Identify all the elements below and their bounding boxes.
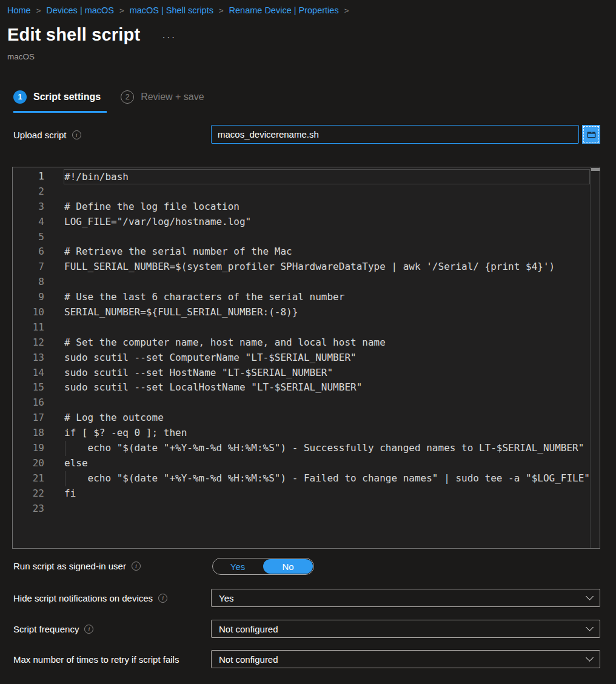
page-title: Edit shell script	[7, 25, 140, 45]
run-as-user-label-row: Run script as signed-in user i	[13, 561, 141, 571]
line-number: 16	[13, 395, 44, 411]
breadcrumb: Home>Devices | macOS>macOS | Shell scrip…	[7, 5, 354, 15]
tab-label: Review + save	[141, 92, 204, 102]
breadcrumb-link[interactable]: macOS | Shell scripts	[130, 5, 213, 15]
code-line	[64, 395, 590, 411]
info-icon[interactable]: i	[72, 130, 81, 139]
line-number: 2	[13, 184, 44, 200]
line-number: 12	[13, 335, 44, 350]
toggle-option-no[interactable]: No	[263, 559, 313, 574]
code-line	[64, 184, 590, 200]
code-line: sudo scutil --set LocalHostName "LT-$SER…	[64, 380, 590, 395]
step-1-badge: 1	[13, 90, 27, 104]
wizard-tabs: 1 Script settings 2 Review + save	[13, 90, 204, 105]
breadcrumb-separator: >	[119, 6, 124, 15]
dropdown-value: Not configured	[219, 624, 587, 634]
line-number: 8	[13, 275, 44, 290]
chevron-down-icon	[586, 592, 594, 600]
line-number: 17	[13, 411, 44, 426]
browse-file-button[interactable]	[582, 125, 600, 144]
line-number: 15	[13, 380, 44, 395]
script-frequency-label-row: Script frequency i	[13, 624, 93, 634]
line-number: 23	[13, 501, 44, 517]
line-number: 3	[13, 200, 44, 215]
breadcrumb-link[interactable]: Rename Device | Properties	[229, 5, 339, 15]
max-retries-dropdown[interactable]: Not configured	[211, 650, 600, 668]
hide-notifications-label-row: Hide script notifications on devices i	[13, 593, 167, 603]
breadcrumb-separator: >	[344, 6, 349, 15]
folder-icon	[586, 129, 597, 140]
script-code-editor[interactable]: 1234567891011121314151617181920212223 #!…	[12, 167, 600, 549]
code-line: if [ $? -eq 0 ]; then	[64, 426, 590, 441]
hide-notifications-dropdown[interactable]: Yes	[211, 589, 600, 607]
code-line: echo "$(date "+%Y-%m-%d %H:%M:%S") - Suc…	[64, 441, 590, 456]
line-number: 21	[13, 471, 44, 486]
script-frequency-label: Script frequency	[13, 624, 79, 634]
editor-line-numbers: 1234567891011121314151617181920212223	[13, 169, 44, 516]
tab-script-settings[interactable]: 1 Script settings	[13, 90, 101, 105]
edit-shell-script-page: Home>Devices | macOS>macOS | Shell scrip…	[0, 0, 616, 684]
code-line: echo "$(date "+%Y-%m-%d %H:%M:%S") - Fai…	[64, 471, 590, 486]
code-line	[64, 320, 590, 335]
line-number: 14	[13, 366, 44, 381]
line-number: 4	[13, 215, 44, 230]
upload-script-label: Upload script	[13, 130, 67, 140]
upload-script-input[interactable]	[211, 125, 579, 144]
page-subtitle: macOS	[7, 52, 35, 61]
code-line: # Set the computer name, host name, and …	[64, 335, 590, 350]
more-actions-icon[interactable]: ···	[162, 32, 176, 44]
tab-label: Script settings	[33, 92, 101, 102]
line-number: 7	[13, 260, 44, 275]
breadcrumb-separator: >	[219, 6, 224, 15]
line-number: 13	[13, 350, 44, 366]
line-number: 18	[13, 426, 44, 441]
info-icon[interactable]: i	[158, 594, 167, 603]
code-line	[64, 230, 590, 245]
code-line: sudo scutil --set HostName "LT-$SERIAL_N…	[64, 366, 590, 381]
code-line	[64, 501, 590, 517]
chevron-down-icon	[586, 623, 594, 631]
code-line: # Define the log file location	[64, 200, 590, 215]
chevron-down-icon	[586, 654, 594, 662]
breadcrumb-separator: >	[36, 6, 41, 15]
code-line: # Retrieve the serial number of the Mac	[64, 244, 590, 260]
editor-scrollbar-track[interactable]	[590, 167, 600, 548]
code-line: SERIAL_NUMBER=${FULL_SERIAL_NUMBER:(-8)}	[64, 305, 590, 320]
code-line	[64, 275, 590, 290]
toggle-option-yes[interactable]: Yes	[213, 558, 263, 574]
code-line: fi	[64, 486, 590, 501]
dropdown-value: Not configured	[219, 654, 587, 665]
script-frequency-dropdown[interactable]: Not configured	[211, 620, 600, 638]
active-tab-underline	[13, 111, 107, 113]
line-number: 22	[13, 486, 44, 501]
line-number: 10	[13, 305, 44, 320]
run-as-user-label: Run script as signed-in user	[13, 561, 126, 571]
code-line: #!/bin/bash	[64, 169, 590, 184]
run-as-user-toggle: Yes No	[212, 558, 314, 575]
code-line: else	[64, 456, 590, 471]
step-2-badge: 2	[121, 90, 134, 104]
line-number: 5	[13, 230, 44, 245]
editor-scrollbar-thumb[interactable]	[591, 168, 600, 171]
editor-code-area: #!/bin/bash# Define the log file locatio…	[64, 169, 590, 516]
hide-notifications-label: Hide script notifications on devices	[13, 593, 153, 603]
page-header: Edit shell script ···	[7, 25, 176, 45]
code-line: sudo scutil --set ComputerName "LT-$SERI…	[64, 350, 590, 366]
code-line: # Use the last 6 characters of the seria…	[64, 290, 590, 305]
upload-script-label-row: Upload script i	[13, 130, 81, 140]
code-line: FULL_SERIAL_NUMBER=$(system_profiler SPH…	[64, 260, 590, 275]
line-number: 11	[13, 320, 44, 335]
dropdown-value: Yes	[219, 593, 587, 603]
code-line: # Log the outcome	[64, 411, 590, 426]
code-line: LOG_FILE="/var/log/hostname.log"	[64, 215, 590, 230]
line-number: 20	[13, 456, 44, 471]
breadcrumb-link[interactable]: Home	[7, 5, 31, 15]
info-icon[interactable]: i	[84, 625, 93, 634]
line-number: 9	[13, 290, 44, 305]
max-retries-label-row: Max number of times to retry if script f…	[13, 653, 205, 666]
tab-review-save[interactable]: 2 Review + save	[121, 90, 204, 105]
line-number: 1	[13, 169, 44, 184]
breadcrumb-link[interactable]: Devices | macOS	[46, 5, 114, 15]
max-retries-label: Max number of times to retry if script f…	[13, 653, 179, 666]
info-icon[interactable]: i	[132, 562, 141, 571]
